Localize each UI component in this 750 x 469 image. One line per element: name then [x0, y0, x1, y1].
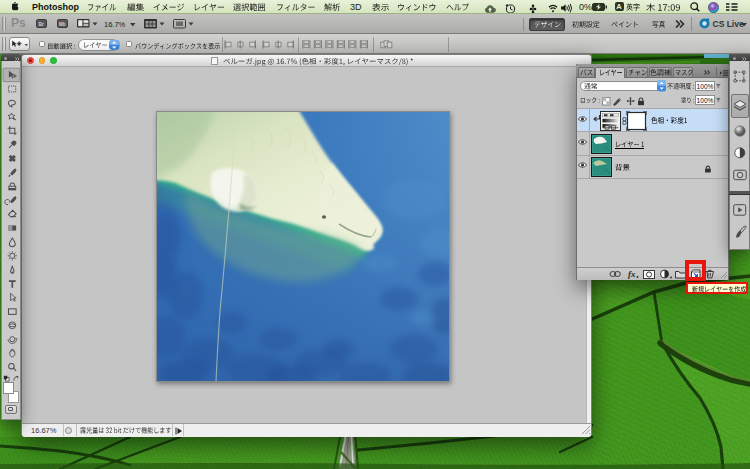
svg-text:fx: fx — [628, 269, 636, 279]
